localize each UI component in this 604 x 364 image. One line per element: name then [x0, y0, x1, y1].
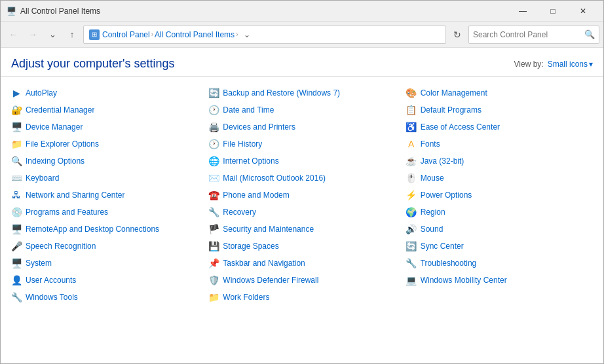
- recent-locations-button[interactable]: ⌄: [44, 26, 61, 43]
- control-item-fonts[interactable]: AFonts: [401, 136, 598, 153]
- troubleshoot-label: Troubleshooting: [421, 259, 477, 268]
- control-item-programs[interactable]: 💿Programs and Features: [6, 204, 203, 221]
- indexing-icon: 🔍: [11, 156, 22, 166]
- search-input[interactable]: [473, 30, 582, 39]
- ease-access-label: Ease of Access Center: [421, 122, 500, 132]
- autopay-icon: ▶: [11, 88, 22, 98]
- refresh-button[interactable]: ↻: [449, 26, 466, 43]
- indexing-label: Indexing Options: [26, 156, 85, 166]
- control-item-remoteapp[interactable]: 🖥️RemoteApp and Desktop Connections: [6, 221, 203, 238]
- titlebar: 🖥️ All Control Panel Items — □ ✕: [1, 1, 603, 22]
- mouse-icon: 🖱️: [406, 173, 417, 183]
- control-item-file-history[interactable]: 🕐File History: [203, 136, 400, 153]
- control-item-power[interactable]: ⚡Power Options: [401, 187, 598, 204]
- control-item-file-explorer[interactable]: 📁File Explorer Options: [6, 136, 203, 153]
- java-label: Java (32-bit): [421, 156, 464, 166]
- control-item-security[interactable]: 🏴Security and Maintenance: [203, 221, 400, 238]
- storage-label: Storage Spaces: [223, 242, 278, 251]
- window-title: All Control Panel Items: [20, 7, 508, 16]
- control-item-color-mgmt[interactable]: 🎨Color Management: [401, 84, 598, 101]
- forward-button[interactable]: →: [24, 26, 41, 43]
- control-item-windows-tools[interactable]: 🔧Windows Tools: [6, 289, 203, 306]
- breadcrumb-control-panel[interactable]: Control Panel: [102, 30, 150, 39]
- mobility-label: Windows Mobility Center: [421, 276, 507, 285]
- troubleshoot-icon: 🔧: [406, 258, 417, 268]
- phone-modem-label: Phone and Modem: [223, 191, 289, 200]
- keyboard-icon: ⌨️: [11, 173, 22, 183]
- java-icon: ☕: [406, 156, 417, 166]
- control-item-default-prog[interactable]: 📋Default Programs: [401, 101, 598, 118]
- control-item-recovery[interactable]: 🔧Recovery: [203, 204, 400, 221]
- control-item-sound[interactable]: 🔊Sound: [401, 221, 598, 238]
- date-time-label: Date and Time: [223, 105, 274, 115]
- programs-icon: 💿: [11, 207, 22, 217]
- taskbar-label: Taskbar and Navigation: [223, 259, 305, 268]
- control-item-sync[interactable]: 🔄Sync Center: [401, 238, 598, 255]
- devices-printers-icon: 🖨️: [208, 122, 219, 132]
- file-explorer-label: File Explorer Options: [26, 139, 99, 149]
- file-history-label: File History: [223, 139, 262, 149]
- view-by-dropdown[interactable]: Small icons ▾: [548, 60, 593, 69]
- control-item-ease-access[interactable]: ♿Ease of Access Center: [401, 118, 598, 136]
- control-item-java[interactable]: ☕Java (32-bit): [401, 153, 598, 170]
- control-item-keyboard[interactable]: ⌨️Keyboard: [6, 170, 203, 187]
- fonts-label: Fonts: [421, 139, 440, 149]
- sync-label: Sync Center: [421, 242, 464, 251]
- control-item-taskbar[interactable]: 📌Taskbar and Navigation: [203, 255, 400, 272]
- address-icon: ⊞: [89, 29, 100, 40]
- up-button[interactable]: ↑: [64, 26, 81, 43]
- control-item-troubleshoot[interactable]: 🔧Troubleshooting: [401, 255, 598, 272]
- power-label: Power Options: [421, 191, 472, 200]
- sound-label: Sound: [421, 225, 444, 234]
- sync-icon: 🔄: [406, 241, 417, 251]
- control-item-speech[interactable]: 🎤Speech Recognition: [6, 238, 203, 255]
- devices-printers-label: Devices and Printers: [223, 122, 295, 132]
- remoteapp-icon: 🖥️: [11, 224, 22, 234]
- mouse-label: Mouse: [421, 173, 444, 183]
- ease-access-icon: ♿: [406, 122, 417, 132]
- sound-icon: 🔊: [406, 224, 417, 234]
- credential-label: Credential Manager: [26, 105, 94, 115]
- control-item-network[interactable]: 🖧Network and Sharing Center: [6, 187, 203, 204]
- date-time-icon: 🕐: [208, 105, 219, 115]
- address-dropdown-button[interactable]: ⌄: [240, 28, 254, 41]
- control-item-credential[interactable]: 🔐Credential Manager: [6, 101, 203, 118]
- control-item-device-mgr[interactable]: 🖥️Device Manager: [6, 118, 203, 136]
- windows-tools-icon: 🔧: [11, 292, 22, 302]
- speech-icon: 🎤: [11, 241, 22, 251]
- system-icon: 🖥️: [11, 258, 22, 268]
- file-explorer-icon: 📁: [11, 139, 22, 149]
- maximize-button[interactable]: □: [538, 1, 568, 22]
- breadcrumb-all-items[interactable]: All Control Panel Items: [155, 30, 235, 39]
- backup-label: Backup and Restore (Windows 7): [223, 88, 340, 98]
- control-item-devices-printers[interactable]: 🖨️Devices and Printers: [203, 118, 400, 136]
- internet-opt-label: Internet Options: [223, 156, 278, 166]
- control-item-work-folders[interactable]: 📁Work Folders: [203, 289, 400, 306]
- search-box[interactable]: 🔍: [468, 26, 599, 44]
- color-mgmt-icon: 🎨: [406, 88, 417, 98]
- control-item-date-time[interactable]: 🕐Date and Time: [203, 101, 400, 118]
- back-button[interactable]: ←: [5, 26, 22, 43]
- control-item-storage[interactable]: 💾Storage Spaces: [203, 238, 400, 255]
- control-item-mobility[interactable]: 💻Windows Mobility Center: [401, 272, 598, 289]
- close-button[interactable]: ✕: [568, 1, 598, 22]
- region-label: Region: [421, 208, 445, 217]
- control-item-autopay[interactable]: ▶AutoPlay: [6, 84, 203, 101]
- control-item-mouse[interactable]: 🖱️Mouse: [401, 170, 598, 187]
- control-item-user-accounts[interactable]: 👤User Accounts: [6, 272, 203, 289]
- phone-modem-icon: ☎️: [208, 190, 219, 200]
- control-item-indexing[interactable]: 🔍Indexing Options: [6, 153, 203, 170]
- search-icon: 🔍: [584, 29, 595, 39]
- address-box[interactable]: ⊞ Control Panel › All Control Panel Item…: [83, 26, 446, 44]
- control-item-mail[interactable]: ✉️Mail (Microsoft Outlook 2016): [203, 170, 400, 187]
- mail-label: Mail (Microsoft Outlook 2016): [223, 173, 326, 183]
- control-item-phone-modem[interactable]: ☎️Phone and Modem: [203, 187, 400, 204]
- minimize-button[interactable]: —: [508, 1, 538, 22]
- control-item-region[interactable]: 🌍Region: [401, 204, 598, 221]
- view-header: Adjust your computer's settings View by:…: [1, 48, 603, 76]
- control-item-system[interactable]: 🖥️System: [6, 255, 203, 272]
- control-item-windows-defender[interactable]: 🛡️Windows Defender Firewall: [203, 272, 400, 289]
- work-folders-label: Work Folders: [223, 293, 269, 302]
- control-item-internet-opt[interactable]: 🌐Internet Options: [203, 153, 400, 170]
- control-item-backup[interactable]: 🔄Backup and Restore (Windows 7): [203, 84, 400, 101]
